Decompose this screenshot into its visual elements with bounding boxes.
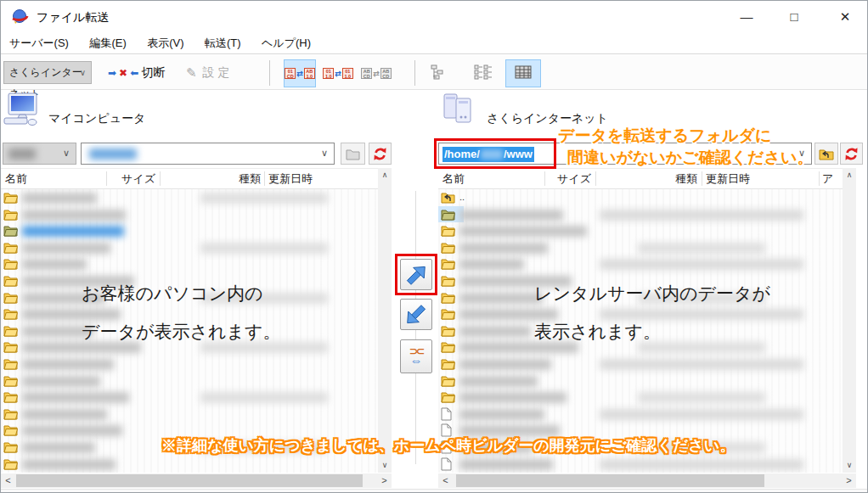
local-file-row[interactable] — [1, 189, 378, 206]
local-file-row[interactable] — [1, 406, 378, 423]
drive-select[interactable]: ∨ — [3, 143, 76, 165]
remote-file-row[interactable]: .. — [438, 189, 843, 206]
menu-help[interactable]: ヘルプ(H) — [253, 33, 319, 53]
folder-icon — [441, 357, 455, 373]
remote-file-row[interactable] — [438, 373, 843, 389]
local-file-row[interactable] — [1, 456, 378, 473]
mirror-transfer-button[interactable]: ⊃⊂ ⇔ — [400, 339, 432, 373]
remote-file-row[interactable] — [438, 206, 843, 223]
close-button[interactable]: ✕ — [826, 1, 865, 33]
column-modified[interactable]: 更新日時 — [706, 169, 750, 189]
local-file-row[interactable] — [1, 389, 378, 406]
blurred-text — [459, 376, 538, 387]
column-size[interactable]: サイズ — [106, 169, 155, 189]
transfer-mode-binary-button[interactable]: 011.0 ⇄ 011.0 — [322, 59, 354, 87]
folder-icon — [3, 357, 18, 373]
server-icon — [441, 91, 478, 130]
local-file-row[interactable] — [1, 255, 378, 272]
scroll-up-icon[interactable]: ∧ — [843, 168, 856, 182]
scroll-up-icon[interactable]: ∧ — [378, 168, 392, 182]
tree-view-icon — [431, 64, 448, 84]
local-file-row[interactable] — [1, 239, 378, 256]
folder-icon — [441, 241, 455, 257]
minimize-button[interactable]: — — [727, 1, 766, 33]
menu-view[interactable]: 表示(V) — [138, 33, 192, 53]
remote-caption-line2: 表示されます。 — [534, 320, 661, 344]
local-folder-up-button[interactable] — [341, 143, 365, 165]
column-name[interactable]: 名前 — [5, 169, 27, 189]
remote-file-row[interactable] — [438, 456, 843, 473]
download-button[interactable] — [400, 299, 432, 330]
maximize-button[interactable]: □ — [775, 1, 814, 33]
local-file-row[interactable] — [1, 373, 378, 389]
blurred-text — [22, 442, 95, 453]
scroll-right-icon[interactable]: > — [842, 473, 856, 488]
toolbar: さくらインターネット ∨ ➡ ✖ ⬅ 切断 ✎ 設定 01CD ⇄ AB1.0 … — [1, 55, 867, 90]
view-details-button[interactable] — [505, 59, 541, 87]
remote-folder-up-button[interactable] — [814, 143, 838, 165]
local-vertical-scrollbar[interactable]: ∧ ∨ — [378, 168, 392, 473]
column-type[interactable]: 種類 — [595, 169, 697, 189]
scroll-left-icon[interactable]: < — [438, 473, 453, 488]
scrollbar-thumb[interactable] — [16, 474, 363, 487]
blurred-text — [200, 342, 328, 353]
local-file-row[interactable] — [1, 356, 378, 373]
menu-bar: サーバー(S) 編集(E) 表示(V) 転送(T) ヘルプ(H) — [1, 33, 867, 54]
blurred-text — [22, 309, 121, 320]
blurred-text — [200, 243, 328, 254]
file-icon — [441, 457, 452, 473]
remote-vertical-scrollbar[interactable]: ∧ ∨ — [843, 168, 856, 473]
menu-transfer[interactable]: 転送(T) — [196, 33, 250, 53]
app-icon — [11, 8, 29, 30]
folder-icon — [3, 291, 18, 307]
view-list-button[interactable] — [466, 59, 500, 87]
account-select[interactable]: さくらインターネット ∨ — [3, 61, 92, 84]
folder-up-icon — [819, 148, 834, 160]
chevron-down-icon: ∨ — [80, 62, 86, 83]
path-note-line1: データを転送するフォルダに — [558, 125, 771, 147]
view-tree-button[interactable] — [422, 59, 456, 87]
scroll-right-icon[interactable]: > — [377, 473, 392, 488]
folder-icon — [441, 374, 455, 390]
menu-server[interactable]: サーバー(S) — [1, 33, 77, 53]
transfer-mode-ascii-button[interactable]: ABCD ⇄ ABCD — [360, 59, 392, 87]
folder-icon — [441, 340, 455, 356]
file-transfer-window: ファイル転送 — □ ✕ サーバー(S) 編集(E) 表示(V) 転送(T) ヘ… — [0, 0, 868, 493]
menu-edit[interactable]: 編集(E) — [81, 33, 134, 53]
remote-file-row[interactable] — [438, 356, 843, 373]
column-size[interactable]: サイズ — [544, 169, 591, 189]
column-name[interactable]: 名前 — [442, 169, 465, 189]
disconnect-button[interactable]: ➡ ✖ ⬅ 切断 — [104, 62, 168, 84]
transfer-mode-auto-button[interactable]: 01CD ⇄ AB1.0 — [284, 59, 316, 87]
scrollbar-thumb[interactable] — [456, 474, 764, 487]
column-modified[interactable]: 更新日時 — [268, 169, 313, 189]
folder-icon — [3, 324, 18, 340]
remote-file-row[interactable] — [438, 222, 843, 239]
toolbar-separator — [414, 60, 415, 86]
local-file-row[interactable] — [1, 206, 378, 223]
blurred-text — [200, 392, 328, 403]
remote-refresh-button[interactable] — [840, 143, 863, 165]
scroll-left-icon[interactable]: < — [1, 473, 15, 488]
scroll-down-icon[interactable]: ∨ — [378, 458, 392, 473]
remote-file-row[interactable] — [438, 239, 843, 256]
remote-file-row[interactable] — [438, 255, 843, 272]
blurred-text — [459, 459, 553, 470]
local-refresh-button[interactable] — [369, 143, 392, 165]
settings-button[interactable]: ✎ 設定 — [183, 62, 237, 84]
arrow-left-icon: ⬅ — [130, 67, 138, 79]
folder-icon — [3, 374, 18, 390]
title-bar: ファイル転送 — □ ✕ — [1, 1, 867, 33]
local-path-input[interactable]: ∨ — [81, 143, 335, 165]
column-type[interactable]: 種類 — [160, 169, 261, 189]
remote-file-row[interactable] — [438, 406, 843, 423]
blurred-text — [600, 259, 803, 270]
remote-horizontal-scrollbar[interactable]: < > — [438, 473, 856, 488]
scroll-down-icon[interactable]: ∨ — [843, 458, 856, 473]
blurred-drive-name — [8, 148, 36, 160]
remote-file-row[interactable] — [438, 389, 843, 406]
blurred-text — [22, 243, 110, 254]
blurred-text — [600, 409, 803, 420]
local-file-row[interactable] — [1, 222, 378, 239]
local-horizontal-scrollbar[interactable]: < > — [1, 473, 392, 488]
